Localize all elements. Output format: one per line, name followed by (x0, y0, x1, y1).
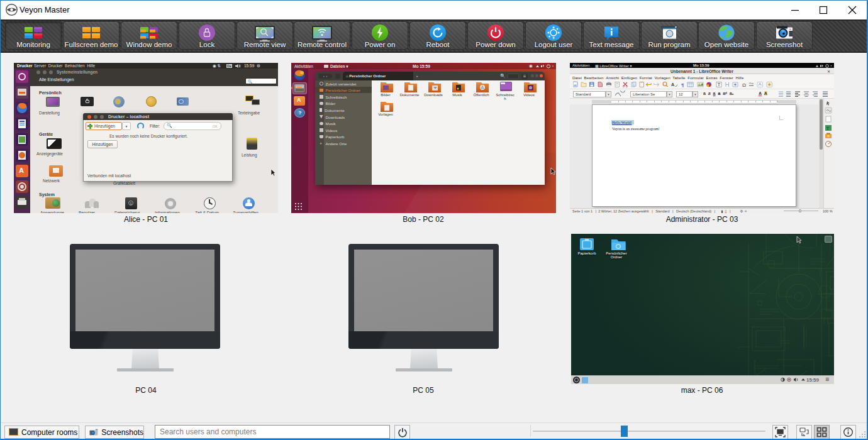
svg-text:T: T (826, 126, 830, 131)
svg-text:A: A (671, 82, 674, 87)
svg-text:¶: ¶ (681, 82, 684, 88)
svg-text:Ω: Ω (742, 82, 746, 88)
svg-text:T: T (718, 82, 721, 87)
